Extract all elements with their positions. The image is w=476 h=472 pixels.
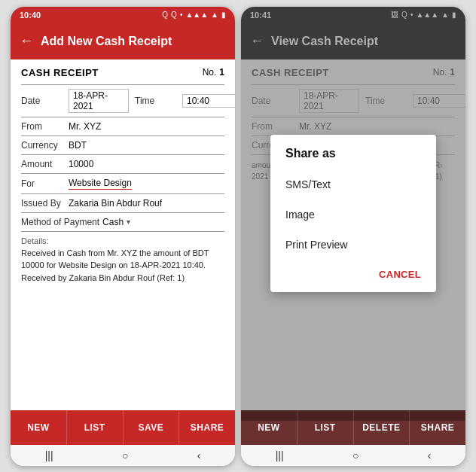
amount-value-left: 10000	[69, 159, 93, 169]
dialog-actions: CANCEL	[270, 260, 436, 286]
receipt-title-left: CASH RECEIPT	[21, 67, 99, 78]
amount-label-left: Amount	[21, 159, 63, 169]
details-text-left: Received in Cash from Mr. XYZ the amount…	[21, 247, 224, 285]
status-bar-left: 10:40 Q Q • ▲▲▲ ▲ ▮	[11, 7, 235, 23]
back-icon-right[interactable]: ‹	[428, 449, 432, 461]
divider-left-8	[21, 231, 224, 232]
date-row-left: Date 18-APR-2021 Time 10:40	[21, 89, 224, 113]
from-label-left: From	[21, 121, 63, 132]
issued-row-left: Issued By Zakaria Bin Abdur Rouf	[21, 198, 224, 209]
header-title-left: Add New Cash Receipt	[41, 35, 226, 48]
signal-icon: ▲▲▲	[185, 11, 208, 19]
receipt-header-left: CASH RECEIPT No. 1	[21, 67, 224, 78]
time-label-left: Time	[135, 96, 176, 106]
dialog-item-sms[interactable]: SMS/Text	[270, 169, 436, 199]
divider-left-3	[21, 136, 224, 136]
wifi-icon: ▲	[211, 11, 218, 19]
dialog-item-print[interactable]: Print Preview	[270, 230, 436, 260]
date-label-left: Date	[21, 96, 63, 106]
content-left: CASH RECEIPT No. 1 Date 18-APR-2021 Time…	[11, 59, 235, 410]
sys-nav-right: ||| ○ ‹	[241, 445, 465, 466]
share-dialog: Share as SMS/Text Image Print Preview CA…	[270, 135, 436, 292]
home-icon-right[interactable]: ○	[352, 449, 359, 461]
status-time-left: 10:40	[20, 11, 41, 20]
battery-icon: ▮	[221, 11, 226, 19]
home-icon-left[interactable]: ○	[122, 449, 128, 461]
receipt-no-left: No. 1	[203, 67, 224, 78]
date-value-left: 18-APR-2021	[69, 89, 129, 113]
amount-row-left: Amount 10000	[21, 159, 224, 169]
divider-left-2	[21, 117, 224, 117]
payment-value-left: Cash	[102, 217, 124, 227]
currency-label-left: Currency	[21, 140, 63, 151]
dialog-title: Share as	[270, 147, 436, 169]
dialog-item-image[interactable]: Image	[270, 199, 436, 230]
divider-left-5	[21, 173, 224, 174]
from-row-left: From Mr. XYZ	[21, 121, 224, 132]
currency-row-left: Currency BDT	[21, 140, 224, 151]
divider-left-7	[21, 212, 224, 213]
details-label-left: Details:	[21, 236, 224, 245]
search-icon2: Q	[171, 11, 177, 19]
sys-nav-left: ||| ○ ‹	[11, 445, 235, 466]
for-label-left: For	[21, 178, 63, 189]
payment-row-left: Method of Payment Cash ▾	[21, 217, 224, 227]
currency-value-left: BDT	[69, 140, 87, 151]
dialog-cancel-button[interactable]: CANCEL	[373, 266, 427, 283]
bottom-nav-left: NEW LIST SAVE SHARE	[11, 410, 235, 445]
back-icon-left[interactable]: ‹	[197, 449, 201, 461]
menu-icon-right[interactable]: |||	[276, 449, 284, 461]
search-icon: Q	[162, 11, 168, 19]
divider-left-1	[21, 84, 224, 85]
status-icons-left: Q Q • ▲▲▲ ▲ ▮	[162, 11, 226, 19]
from-value-left: Mr. XYZ	[69, 121, 101, 132]
dot-icon: •	[180, 11, 183, 19]
nav-save-left[interactable]: SAVE	[124, 410, 180, 445]
no-value-left: 1	[219, 67, 224, 78]
time-value-left: 10:40	[182, 94, 235, 108]
nav-share-left[interactable]: SHARE	[179, 410, 235, 445]
left-phone: 10:40 Q Q • ▲▲▲ ▲ ▮ ← Add New Cash Recei…	[11, 7, 235, 466]
no-label-left: No.	[203, 67, 217, 78]
payment-label-left: Method of Payment	[21, 217, 99, 227]
nav-new-left[interactable]: NEW	[11, 410, 67, 445]
dialog-overlay[interactable]: Share as SMS/Text Image Print Preview CA…	[241, 7, 465, 421]
for-value-left: Website Design	[69, 178, 132, 190]
menu-icon-left[interactable]: |||	[45, 449, 53, 461]
back-button-left[interactable]: ←	[20, 33, 33, 49]
header-left: ← Add New Cash Receipt	[11, 23, 235, 59]
nav-list-left[interactable]: LIST	[67, 410, 124, 445]
dropdown-arrow-left[interactable]: ▾	[127, 218, 130, 226]
right-phone: 10:41 🖼 Q • ▲▲▲ ▲ ▮ ← View Cash Receipt …	[241, 7, 465, 466]
divider-left-4	[21, 154, 224, 155]
divider-left-6	[21, 193, 224, 194]
issued-label-left: Issued By	[21, 198, 63, 209]
issued-value-left: Zakaria Bin Abdur Rouf	[69, 198, 162, 209]
for-row-left: For Website Design	[21, 178, 224, 190]
